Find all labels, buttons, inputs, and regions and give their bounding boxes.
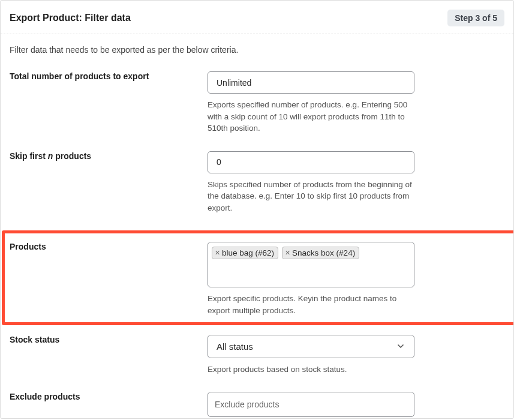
product-tag[interactable]: ✕ Snacks box (#24) (282, 247, 359, 259)
products-tag-input[interactable]: ✕ blue bag (#62) ✕ Snacks box (#24) (208, 242, 414, 287)
skip-products-input[interactable] (208, 151, 414, 173)
exclude-products-label: Exclude products (10, 392, 208, 419)
exclude-products-placeholder: Exclude products (215, 400, 279, 409)
field-exclude-products: Exclude products Exclude products Use th… (10, 392, 504, 419)
total-products-help: Exports specified number of products. e.… (208, 99, 414, 134)
skip-label-suffix: products (53, 151, 91, 161)
total-products-label: Total number of products to export (10, 71, 208, 134)
page-header: Export Product: Filter data Step 3 of 5 (1, 1, 513, 34)
product-tag-label: blue bag (#62) (222, 248, 274, 257)
field-stock-status: Stock status All status Export products … (10, 335, 504, 376)
product-tag[interactable]: ✕ blue bag (#62) (212, 247, 278, 259)
chevron-down-icon (396, 341, 405, 351)
products-highlight-box: Products ✕ blue bag (#62) ✕ Snacks box (… (2, 230, 514, 325)
step-indicator-badge: Step 3 of 5 (447, 10, 504, 26)
stock-status-help: Export products based on stock status. (208, 364, 414, 376)
filter-intro-text: Filter data that needs to be exported as… (10, 45, 504, 55)
stock-status-select[interactable]: All status (208, 335, 414, 358)
stock-status-label: Stock status (10, 335, 208, 376)
total-products-input[interactable] (208, 71, 414, 94)
remove-tag-icon[interactable]: ✕ (215, 250, 220, 256)
field-products: Products ✕ blue bag (#62) ✕ Snacks box (… (10, 242, 501, 316)
remove-tag-icon[interactable]: ✕ (285, 250, 290, 256)
skip-products-help: Skips specified number of products from … (208, 179, 414, 214)
products-help: Export specific products. Keyin the prod… (208, 293, 414, 316)
products-label: Products (10, 242, 208, 316)
page-title: Export Product: Filter data (10, 13, 131, 23)
exclude-products-input[interactable]: Exclude products (208, 392, 414, 417)
stock-status-selected: All status (217, 341, 253, 352)
product-tag-label: Snacks box (#24) (292, 248, 355, 257)
field-skip-products: Skip first n products Skips specified nu… (10, 151, 504, 214)
field-total-products: Total number of products to export Expor… (10, 71, 504, 134)
skip-label-prefix: Skip first (10, 151, 48, 161)
skip-products-label: Skip first n products (10, 151, 208, 214)
